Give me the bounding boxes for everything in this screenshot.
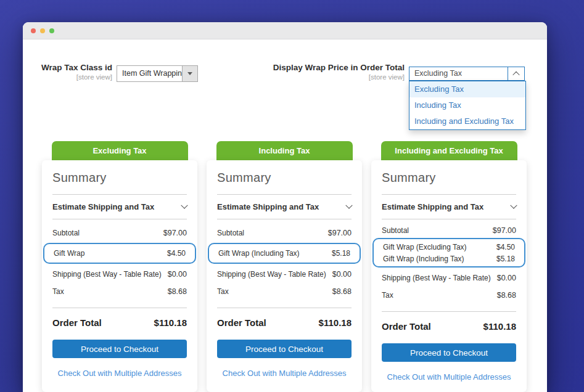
order-total-row: Order Total $110.18 [52, 308, 187, 337]
tax-value: $8.68 [332, 287, 352, 296]
spacer [207, 300, 362, 308]
shipping-row: Shipping (Best Way - Table Rate) $0.00 [382, 269, 516, 287]
card-including-and-excluding-tax: Including and Excluding Tax Summary Esti… [371, 141, 527, 392]
summary-title: Summary [52, 171, 187, 185]
order-total-label: Order Total [52, 317, 102, 328]
spacer [371, 303, 527, 311]
gift-wrap-excl-label: Gift Wrap (Excluding Tax) [383, 243, 467, 251]
order-total-label: Order Total [217, 317, 266, 328]
gift-wrap-row: Gift Wrap $4.50 [54, 245, 186, 261]
proceed-to-checkout-button[interactable]: Proceed to Checkout [52, 340, 187, 358]
order-total-value: $110.18 [154, 317, 187, 328]
dropdown-option-including-tax[interactable]: Including Tax [409, 97, 525, 113]
minimize-window-button[interactable] [40, 28, 45, 33]
gift-wrap-excl-row: Gift Wrap (Excluding Tax) $4.50 [383, 241, 515, 253]
spacer [42, 300, 197, 308]
browser-window: Wrap Tax Class id [store view] Item Gift… [23, 22, 547, 392]
card-tab-including-and-excluding-tax: Including and Excluding Tax [381, 141, 517, 161]
dropdown-option-excluding-tax[interactable]: Excluding Tax [409, 81, 525, 97]
proceed-to-checkout-button[interactable]: Proceed to Checkout [217, 340, 352, 358]
shipping-label: Shipping (Best Way - Table Rate) [52, 270, 162, 279]
subtotal-row: Subtotal $97.00 [52, 224, 187, 242]
multiple-addresses-link[interactable]: Check Out with Multiple Addresses [371, 372, 527, 382]
card-tab-excluding-tax: Excluding Tax [52, 141, 188, 161]
close-window-button[interactable] [31, 28, 36, 33]
gift-wrap-value: $5.18 [332, 249, 350, 258]
gift-wrap-highlight-box: Gift Wrap (Including Tax) $5.18 [208, 243, 361, 264]
totals-rows: Subtotal $97.00 Gift Wrap (Including Tax… [207, 219, 362, 378]
chevron-down-icon [181, 202, 187, 208]
chevron-up-icon [512, 71, 519, 78]
estimate-shipping-label: Estimate Shipping and Tax [217, 202, 319, 211]
select-collapse-button[interactable] [508, 67, 524, 80]
display-wrap-price-field-label: Display Wrap Price in Order Total [store… [248, 63, 405, 81]
gift-wrap-row: Gift Wrap (Including Tax) $5.18 [218, 245, 350, 261]
order-total-row: Order Total $110.18 [217, 308, 352, 337]
totals-rows: Subtotal $97.00 Gift Wrap (Excluding Tax… [371, 219, 527, 382]
gift-wrap-incl-value: $5.18 [496, 255, 515, 263]
gift-wrap-label: Gift Wrap [54, 249, 84, 258]
summary-title: Summary [382, 171, 516, 185]
chevron-down-icon [510, 202, 517, 208]
subtotal-label: Subtotal [52, 229, 80, 237]
summary-cards: Excluding Tax Summary Estimate Shipping … [42, 141, 527, 392]
gift-wrap-highlight-box: Gift Wrap $4.50 [43, 243, 196, 264]
display-wrap-price-scope: [store view] [248, 73, 405, 81]
estimate-shipping-toggle[interactable]: Estimate Shipping and Tax [382, 195, 516, 219]
estimate-shipping-label: Estimate Shipping and Tax [52, 202, 154, 211]
proceed-to-checkout-button[interactable]: Proceed to Checkout [382, 343, 516, 362]
shipping-value: $0.00 [332, 270, 352, 279]
subtotal-label: Subtotal [382, 226, 409, 235]
totals-rows: Subtotal $97.00 Gift Wrap $4.50 Shipping… [42, 219, 197, 378]
subtotal-row: Subtotal $97.00 [382, 224, 516, 237]
subtotal-value: $97.00 [328, 229, 352, 237]
subtotal-label: Subtotal [217, 229, 244, 237]
shipping-value: $0.00 [497, 274, 516, 282]
tax-row: Tax $8.68 [382, 287, 516, 303]
window-titlebar [23, 22, 547, 39]
tax-value: $8.68 [497, 291, 516, 300]
gift-wrap-incl-row: Gift Wrap (Including Tax) $5.18 [383, 253, 515, 264]
order-total-value: $110.18 [319, 317, 352, 328]
gift-wrap-value: $4.50 [167, 249, 186, 258]
display-wrap-price-value: Excluding Tax [409, 67, 508, 80]
wrap-tax-class-select[interactable]: Item Gift Wrapping [117, 65, 198, 82]
estimate-shipping-toggle[interactable]: Estimate Shipping and Tax [52, 195, 187, 219]
estimate-shipping-label: Estimate Shipping and Tax [382, 202, 483, 211]
caret-down-icon [187, 72, 192, 75]
wrap-tax-class-scope: [store view] [29, 73, 112, 81]
shipping-label: Shipping (Best Way - Table Rate) [217, 270, 326, 279]
gift-wrap-label: Gift Wrap (Including Tax) [218, 249, 300, 258]
card-tab-including-tax: Including Tax [216, 141, 353, 161]
tax-label: Tax [52, 287, 64, 296]
gift-wrap-incl-label: Gift Wrap (Including Tax) [383, 255, 464, 263]
wrap-tax-class-value: Item Gift Wrapping [117, 66, 182, 81]
summary-title: Summary [217, 171, 352, 185]
estimate-shipping-toggle[interactable]: Estimate Shipping and Tax [217, 195, 352, 219]
wrap-tax-class-field-label: Wrap Tax Class id [store view] [29, 63, 112, 81]
order-total-row: Order Total $110.18 [382, 312, 516, 340]
summary-card: Summary Estimate Shipping and Tax Subtot… [207, 160, 362, 392]
gift-wrap-excl-value: $4.50 [496, 243, 515, 251]
gift-wrap-highlight-box: Gift Wrap (Excluding Tax) $4.50 Gift Wra… [372, 238, 525, 267]
dropdown-option-including-and-excluding-tax[interactable]: Including and Excluding Tax [409, 113, 525, 129]
shipping-value: $0.00 [168, 270, 187, 279]
card-excluding-tax: Excluding Tax Summary Estimate Shipping … [42, 141, 197, 392]
chevron-down-icon [345, 202, 352, 208]
display-wrap-price-label: Display Wrap Price in Order Total [248, 63, 405, 73]
summary-card: Summary Estimate Shipping and Tax Subtot… [371, 160, 527, 392]
order-total-value: $110.18 [483, 321, 516, 332]
zoom-window-button[interactable] [49, 28, 54, 33]
card-including-tax: Including Tax Summary Estimate Shipping … [207, 141, 362, 392]
multiple-addresses-link[interactable]: Check Out with Multiple Addresses [207, 369, 362, 378]
subtotal-value: $97.00 [493, 226, 516, 235]
display-wrap-price-dropdown: Excluding Tax Including Tax Including an… [409, 81, 526, 130]
tax-row: Tax $8.68 [217, 284, 352, 300]
wrap-tax-class-label: Wrap Tax Class id [29, 63, 112, 73]
select-arrow-button[interactable] [182, 66, 197, 81]
display-wrap-price-select[interactable]: Excluding Tax [409, 67, 525, 81]
multiple-addresses-link[interactable]: Check Out with Multiple Addresses [42, 369, 197, 378]
tax-label: Tax [382, 291, 393, 300]
shipping-row: Shipping (Best Way - Table Rate) $0.00 [217, 265, 352, 284]
shipping-label: Shipping (Best Way - Table Rate) [382, 274, 491, 282]
